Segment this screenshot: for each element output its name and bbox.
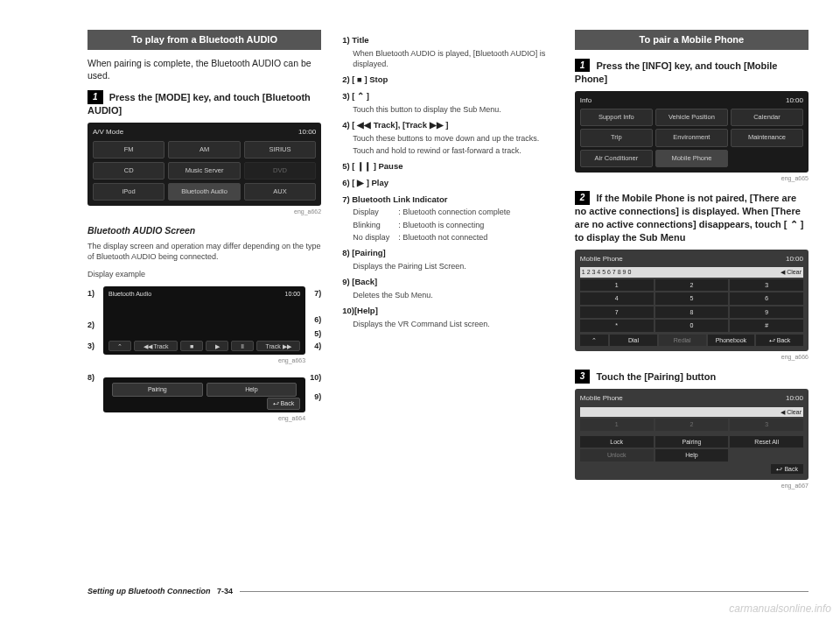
section-header-bt-audio: To play from a Bluetooth AUDIO	[88, 30, 321, 50]
mode-am: AM	[168, 141, 240, 159]
btn-back: ⮐ Back	[267, 398, 301, 409]
ctrl-stop: ■	[180, 341, 203, 351]
def-7-t: 7) Bluetooth Link Indicator	[342, 194, 554, 206]
btn-help: Help	[206, 383, 298, 396]
label-10: 10)	[310, 372, 321, 383]
btn-pairing: Pairing	[112, 383, 203, 396]
c3-step-3: 3 Touch the [Pairing] button	[575, 370, 808, 384]
section-header-pair: To pair a Mobile Phone	[575, 30, 808, 50]
column-3: To pair a Mobile Phone 1 Press the [INFO…	[575, 30, 808, 497]
display-example: Display example	[88, 269, 321, 279]
def-3-d: Touch this button to display the Sub Men…	[353, 104, 554, 115]
screen-a: Bluetooth Audio 10:00 ⌃ ◀◀ Track ■ ▶ II …	[103, 286, 305, 355]
mode-sirius: SIRIUS	[244, 141, 316, 159]
fig-title-left: A/V Mode	[93, 128, 123, 137]
sub-text: The display screen and operation may dif…	[88, 241, 321, 262]
label-6: 6)	[314, 314, 321, 325]
label-9: 9)	[314, 391, 321, 402]
def-10-d: Displays the VR Command List screen.	[353, 319, 554, 329]
caption-a666: eng_a666	[575, 353, 808, 361]
screen-b: Pairing Help ⮐ Back	[103, 377, 305, 412]
figure-dialpad: Mobile Phone 10:00 1 2 3 4 5 6 7 8 9 0 ◀…	[575, 250, 808, 351]
mode-fm: FM	[93, 141, 164, 159]
info-trip: Trip	[580, 129, 653, 146]
num-hdr-clear: ◀ Clear	[780, 268, 802, 276]
info-ac: Air Conditioner	[580, 150, 653, 167]
def-7-l3: No display: Bluetooth not connected	[353, 232, 554, 243]
def-1-t: 1) Title	[342, 35, 554, 46]
fig-title: Info	[580, 96, 592, 106]
def-9-d: Deletes the Sub Menu.	[353, 290, 554, 300]
step-number: 2	[575, 191, 591, 205]
column-1: To play from a Bluetooth AUDIO When pair…	[88, 30, 321, 497]
definition-list: 1) Title When Bluetooth AUDIO is played,…	[342, 35, 554, 329]
ctrl-next: Track ▶▶	[256, 341, 300, 351]
ctrl-up: ⌃	[108, 341, 131, 351]
subhead-bt-audio-screen: Bluetooth AUDIO Screen	[88, 224, 321, 236]
label-1: 1)	[88, 288, 94, 299]
num-hdr-clear: ◀ Clear	[780, 408, 802, 416]
ctrl-pause: II	[231, 341, 254, 351]
def-8-d: Displays the Pairing List Screen.	[353, 261, 554, 271]
figure-av-mode: A/V Mode 10:00 FM AM SIRIUS CD Music Ser…	[88, 123, 321, 206]
mode-dvd: DVD	[244, 162, 316, 180]
def-7-l1: Display: Bluetooth connection complete	[353, 207, 554, 217]
ctrl-prev: ◀◀ Track	[134, 341, 178, 351]
info-calendar: Calendar	[731, 109, 803, 126]
watermark: carmanualsonline.info	[729, 602, 831, 615]
c3-step-1: 1 Press the [INFO] key, and touch [Mobil…	[575, 59, 808, 86]
intro-text: When pairing is complete, the Bluetooth …	[88, 57, 321, 81]
def-3-t: 3) [ ⌃ ]	[342, 91, 554, 102]
btn-pairing2: Pairing	[655, 436, 729, 447]
caption-a665: eng_a665	[575, 174, 808, 182]
btn-dial: Dial	[610, 335, 657, 346]
mode-bt-audio: Bluetooth Audio	[168, 183, 240, 201]
column-2: 1) Title When Bluetooth AUDIO is played,…	[342, 30, 554, 497]
c3-step-2: 2 If the Mobile Phone is not paired, [Th…	[575, 191, 808, 243]
btn-phonebook: Phonebook	[708, 335, 755, 346]
def-10-t: 10)[Help]	[342, 306, 554, 317]
label-8: 8)	[88, 372, 94, 383]
step-text: Press the [MODE] key, and touch [Bluetoo…	[88, 92, 311, 116]
figure-pairing: Mobile Phone 10:00 ◀ Clear 123 Lock Pair…	[575, 389, 808, 479]
mode-cd: CD	[93, 162, 164, 180]
def-1-d: When Bluetooth AUDIO is played, [Bluetoo…	[353, 48, 554, 69]
info-env: Environment	[655, 129, 728, 146]
label-7: 7)	[314, 288, 321, 299]
def-5-t: 5) [ ❙❙ ] Pause	[342, 161, 554, 173]
fig-title: Mobile Phone	[580, 394, 623, 404]
btn-reset: Reset All	[730, 436, 803, 447]
btn-unlock: Unlock	[580, 449, 654, 461]
def-4-d: Touch these buttons to move down and up …	[353, 133, 554, 144]
label-4: 4)	[314, 341, 321, 351]
label-2: 2)	[88, 320, 94, 330]
btn-up: ⌃	[580, 335, 608, 346]
mode-aux: AUX	[244, 183, 316, 201]
fig-time: 10:00	[786, 96, 803, 106]
def-2-t: 2) [ ■ ] Stop	[342, 74, 554, 86]
btn-redial: Redial	[659, 335, 706, 346]
fig-time: 10:00	[786, 255, 803, 264]
def-6-t: 6) [ ▶ ] Play	[342, 178, 554, 189]
def-4-t: 4) [ ◀◀ Track], [Track ▶▶ ]	[342, 120, 554, 131]
def-8-t: 8) [Pairing]	[342, 248, 554, 259]
figure-info: Info 10:00 Support Info Vehicle Position…	[575, 91, 808, 173]
fig-title: Mobile Phone	[580, 255, 623, 264]
def-4-d2: Touch and hold to rewind or fast-forward…	[353, 145, 554, 156]
step-number: 3	[575, 370, 591, 384]
caption-a664: eng_a664	[103, 414, 305, 422]
caption-a663: eng_a663	[103, 356, 305, 364]
mode-ipod: iPod	[93, 183, 164, 201]
label-3: 3)	[88, 341, 94, 351]
btn-back2: ⮐ Back	[771, 464, 803, 474]
callout-figure: 1) 2) 3) 7) 6) 5) 4) Bluetooth Audio 10:…	[88, 286, 321, 422]
screenA-time: 10:00	[285, 290, 301, 298]
fig-time: 10:00	[786, 394, 803, 404]
btn-lock: Lock	[580, 436, 654, 447]
page-footer: Setting up Bluetooth Connection 7-34	[88, 587, 808, 595]
btn-back: ⮐ Back	[756, 335, 803, 346]
step-text: Press the [INFO] key, and touch [Mobile …	[575, 60, 778, 84]
info-maint: Maintenance	[731, 129, 803, 146]
mode-music-server: Music Server	[168, 162, 240, 180]
step-text: Touch the [Pairing] button	[596, 371, 716, 382]
